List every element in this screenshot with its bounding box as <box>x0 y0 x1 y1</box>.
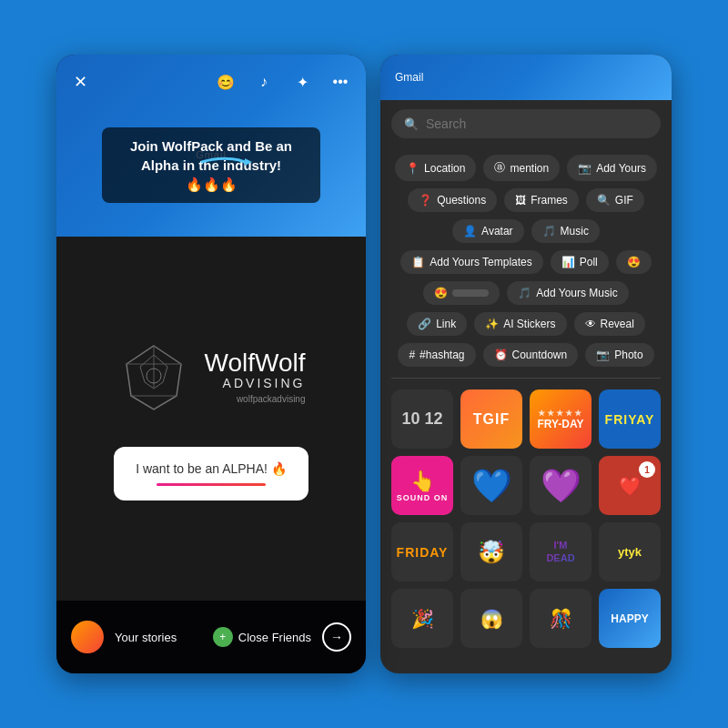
sticker-friday-text[interactable]: FRIDAY <box>391 522 453 581</box>
questions-chip[interactable]: ❓ Questions <box>408 188 497 212</box>
emoji-1-icon: 😍 <box>627 256 641 268</box>
search-bar[interactable]: 🔍 <box>391 109 661 138</box>
emoji-2-icon: 😍 <box>434 287 448 299</box>
sticker-gallery: 10 12 TGIF ★★★★★ FRY-DAY FRIYAY 👆 SOUND … <box>380 382 672 673</box>
divider <box>391 378 661 379</box>
sticker-heart-purple[interactable]: 💜 <box>530 456 592 515</box>
wolfpack-logo-area: WolfWolf ADVISING wolfpackadvising <box>99 323 324 432</box>
add-yours-templates-chip[interactable]: 📋 Add Yours Templates <box>400 250 543 274</box>
sticker-menu-panel: Gmail 🔍 📍 Location ⓐ mention 📷 Add Yours <box>380 55 672 673</box>
sticker-heart-teal[interactable]: 💙 <box>460 456 522 515</box>
countdown-chip[interactable]: ⏰ Countdown <box>483 343 579 367</box>
wolfpack-light: Wolf <box>255 349 306 377</box>
happy-text: HAPPY <box>611 612 648 625</box>
sound-icon: 👆 <box>410 470 435 493</box>
emoji-chip-2[interactable]: 😍 <box>423 281 500 305</box>
sticker-fryday[interactable]: ★★★★★ FRY-DAY <box>530 389 592 449</box>
misc-emoji-2: 😱 <box>480 608 503 630</box>
ai-stickers-label: AI Stickers <box>503 318 555 330</box>
more-icon[interactable]: ••• <box>326 67 355 96</box>
gallery-row-2: 👆 SOUND ON 💙 💜 ❤️ 1 <box>391 456 661 515</box>
card-emoji: 🔥 <box>271 461 287 476</box>
sticker-ytyk[interactable]: ytyk <box>599 522 661 581</box>
story-creator-panel: Gmail ✕ 😊 ♪ ✦ ••• Join WolfPack and Be a… <box>56 55 366 673</box>
avatar-icon: 👤 <box>463 225 477 238</box>
frames-label: Frames <box>531 194 568 207</box>
ai-stickers-chip[interactable]: ✨ AI Stickers <box>474 312 566 336</box>
gif-label: GIF <box>615 194 633 207</box>
poll-label: Poll <box>580 256 598 268</box>
card-underline <box>157 483 266 486</box>
story-top-bar: ✕ 😊 ♪ ✦ ••• <box>56 55 366 109</box>
sticker-like-counter[interactable]: ❤️ 1 <box>599 456 661 515</box>
story-toolbar: 😊 ♪ ✦ ••• <box>211 67 355 96</box>
wolfpack-title: WolfWolf <box>205 350 306 376</box>
friyay-text: FRIYAY <box>605 412 655 427</box>
face-icon[interactable]: 😊 <box>211 67 240 96</box>
gallery-row-4: 🎉 😱 🎊 HAPPY <box>391 589 661 648</box>
hashtag-label: #hashtag <box>420 349 464 361</box>
sticker-im-dead[interactable]: I'MDEAD <box>530 522 592 581</box>
poll-icon: 📊 <box>561 256 575 268</box>
music-icon[interactable]: ♪ <box>249 67 278 96</box>
sticker-misc-1[interactable]: 🎉 <box>391 589 453 648</box>
reveal-label: Reveal <box>601 318 634 330</box>
sticker-misc-2[interactable]: 😱 <box>460 589 522 648</box>
sticker-happy[interactable]: HAPPY <box>599 589 661 648</box>
poll-chip[interactable]: 📊 Poll <box>551 250 609 274</box>
music-label: Music <box>561 225 589 238</box>
sticker-misc-3[interactable]: 🎊 <box>530 589 592 648</box>
misc-emoji-3: 🎊 <box>550 608 572 630</box>
close-button[interactable]: ✕ <box>67 69 93 95</box>
location-chip[interactable]: 📍 Location <box>395 155 476 181</box>
questions-icon: ❓ <box>419 194 432 207</box>
mention-icon: ⓐ <box>494 160 505 176</box>
frames-chip[interactable]: 🖼 Frames <box>504 188 579 212</box>
link-label: Link <box>436 318 456 330</box>
add-yours-templates-label: Add Yours Templates <box>430 256 532 268</box>
link-chip[interactable]: 🔗 Link <box>407 312 467 336</box>
svg-marker-0 <box>245 158 252 166</box>
countdown-icon: ⏰ <box>494 349 508 361</box>
reveal-chip[interactable]: 👁 Reveal <box>574 312 645 336</box>
story-bottom-bar: Your stories + Close Friends → <box>56 601 366 673</box>
countdown-label: Countdown <box>512 349 568 361</box>
add-yours-chip[interactable]: 📷 Add Yours <box>567 155 657 181</box>
mention-chip[interactable]: ⓐ mention <box>483 155 560 181</box>
sticker-numbers[interactable]: 10 12 <box>391 389 453 449</box>
music-chip[interactable]: 🎵 Music <box>531 219 600 243</box>
mention-label: mention <box>510 162 549 175</box>
photo-chip[interactable]: 📷 Photo <box>585 343 653 367</box>
photo-label: Photo <box>614 349 642 361</box>
hashtag-chip[interactable]: # #hashtag <box>398 343 475 367</box>
sticker-tgif[interactable]: TGIF <box>460 389 522 449</box>
close-friends-button[interactable]: + Close Friends <box>213 627 311 647</box>
sparkle-icon[interactable]: ✦ <box>288 67 317 96</box>
add-yours-music-chip[interactable]: 🎵 Add Yours Music <box>507 281 628 305</box>
add-yours-label: Add Yours <box>596 162 646 175</box>
like-emoji: ❤️ <box>619 475 642 497</box>
search-input[interactable] <box>426 116 648 131</box>
sticker-sound-on[interactable]: 👆 SOUND ON <box>391 456 453 515</box>
sticker-party-emoji[interactable]: 🤯 <box>460 522 522 581</box>
green-circle-icon: + <box>213 627 233 647</box>
your-stories-label: Your stories <box>115 631 202 644</box>
sticker-friyay[interactable]: FRIYAY <box>599 389 661 449</box>
sound-on-text: SOUND ON <box>397 493 449 502</box>
emoji-chip-1[interactable]: 😍 <box>616 250 652 274</box>
add-yours-icon: 📷 <box>578 162 592 175</box>
avatar <box>71 621 104 653</box>
music-chip-icon: 🎵 <box>542 225 556 238</box>
add-yours-music-label: Add Yours Music <box>536 287 617 299</box>
avatar-chip[interactable]: 👤 Avatar <box>452 219 523 243</box>
questions-label: Questions <box>437 194 486 207</box>
wolfpack-subtitle: ADVISING <box>205 376 306 390</box>
gmail-logo: Gmail <box>395 71 423 84</box>
reveal-icon: 👁 <box>585 318 596 330</box>
story-card: I want to be an ALPHA! 🔥 <box>114 447 308 500</box>
numbers-text: 10 12 <box>401 410 442 429</box>
caption-emojis: 🔥🔥🔥 <box>186 177 238 192</box>
next-arrow-button[interactable]: → <box>322 622 351 652</box>
wolfpack-text-area: WolfWolf ADVISING wolfpackadvising <box>205 350 306 404</box>
gif-chip[interactable]: 🔍 GIF <box>586 188 644 212</box>
